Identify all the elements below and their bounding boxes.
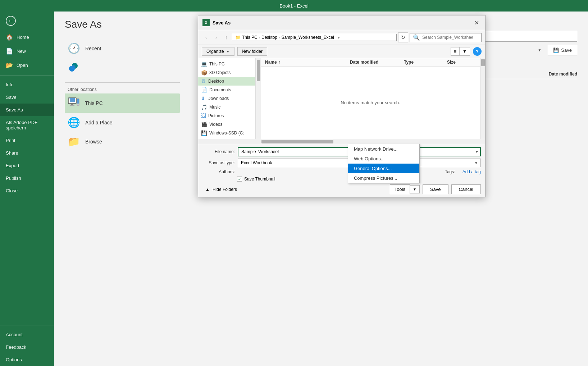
sharepoint-icon — [68, 61, 79, 76]
tree-item-documents[interactable]: 📄 Documents — [198, 86, 255, 94]
savetype-label: Save as type: — [202, 160, 235, 165]
search-input[interactable] — [422, 35, 473, 40]
sidebar-item-save[interactable]: Save — [0, 91, 54, 104]
address-crumb: This PC › Desktop › Sample_Worksheets_Ex… — [242, 35, 334, 40]
sidebar-item-share[interactable]: Share — [0, 147, 54, 159]
sidebar-item-feedback[interactable]: Feedback — [0, 341, 54, 353]
open-icon: 📂 — [6, 62, 13, 69]
quick-save-button[interactable]: 💾 Save — [548, 45, 577, 55]
sidebar-item-options[interactable]: Options — [0, 353, 54, 366]
fc-size-header[interactable]: Size — [447, 60, 476, 65]
fc-name-header[interactable]: Name ↑ — [265, 60, 350, 65]
ctx-map-network[interactable]: Map Network Drive... — [348, 144, 419, 154]
fc-date-header[interactable]: Date modified — [350, 60, 404, 65]
add-place-icon: 🌐 — [68, 116, 80, 128]
recent-label: Recent — [85, 46, 101, 51]
crumb-folder: Sample_Worksheets_Excel — [281, 35, 334, 40]
horizontal-scrollbar[interactable] — [198, 139, 485, 144]
ctx-general-options[interactable]: General Options... — [348, 164, 419, 173]
title-bar: Book1 - Excel — [0, 0, 588, 12]
location-sharepoint[interactable] — [65, 58, 180, 79]
sidebar-item-print[interactable]: Print — [0, 134, 54, 147]
save-as-label: Save As — [6, 107, 23, 113]
tree-item-downloads[interactable]: ⬇ Downloads — [198, 94, 255, 103]
sidebar-item-close[interactable]: Close — [0, 184, 54, 197]
page-title: Save As — [65, 19, 180, 30]
tree-item-windows[interactable]: 💾 Windows-SSD (C: — [198, 129, 255, 137]
nav-up-button[interactable]: ↑ — [222, 33, 231, 42]
sidebar-item-publish[interactable]: Publish — [0, 172, 54, 184]
sidebar-item-home[interactable]: 🏠 Home — [0, 30, 54, 44]
list-view-icon[interactable]: ≡ — [451, 47, 460, 55]
hide-folders-button[interactable]: ▲ Hide Folders — [202, 187, 237, 192]
help-button[interactable]: ? — [473, 47, 482, 56]
tree-item-music[interactable]: 🎵 Music — [198, 103, 255, 111]
tree-docs-icon: 📄 — [201, 87, 207, 93]
dialog-close-button[interactable]: ✕ — [472, 18, 481, 27]
sidebar-item-new[interactable]: 📄 New — [0, 44, 54, 58]
tree-item-pictures[interactable]: 🖼 Pictures — [198, 111, 255, 120]
tree-this-pc-icon: 💻 — [201, 61, 207, 67]
tree-windows-label: Windows-SSD (C: — [209, 131, 244, 136]
thumbnail-checkbox[interactable]: ✓ — [237, 177, 242, 182]
tools-button[interactable]: Tools — [390, 184, 410, 194]
ctx-web-options[interactable]: Web Options... — [348, 154, 419, 164]
dialog-toolbar: ‹ › ↑ 📁 This PC › Desktop › Sample_Works… — [198, 30, 485, 45]
tree-desktop-label: Desktop — [208, 79, 224, 84]
dialog-tree: 💻 This PC 📦 3D Objects 🖥 Desktop — [198, 58, 256, 139]
account-label: Account — [6, 332, 23, 337]
scrollbar-thumb — [257, 60, 260, 81]
nav-back-button[interactable]: ‹ — [202, 33, 210, 42]
browse-icon: 📁 — [68, 136, 80, 147]
address-bar[interactable]: 📁 This PC › Desktop › Sample_Worksheets_… — [232, 34, 397, 41]
dialog-cancel-button[interactable]: Cancel — [451, 184, 481, 194]
sidebar-item-adobe[interactable]: Als Adobe PDF speichern — [0, 116, 54, 134]
location-add-place[interactable]: 🌐 Add a Place — [65, 113, 180, 132]
right-scrollbar-thumb — [481, 59, 485, 66]
fc-type-header[interactable]: Type — [404, 60, 447, 65]
crumb-desktop: Desktop — [261, 35, 277, 40]
location-this-pc[interactable]: This PC — [65, 93, 180, 113]
ctx-compress-pictures[interactable]: Compress Pictures... — [348, 173, 419, 183]
nav-forward-button[interactable]: › — [212, 33, 220, 42]
open-label: Open — [17, 63, 28, 68]
tree-music-icon: 🎵 — [201, 104, 207, 110]
right-panel: ↑ 📁 Documents Excel Workbook (*.xlsx) 💾 … — [191, 12, 588, 366]
location-browse[interactable]: 📁 Browse — [65, 132, 180, 151]
svg-rect-9 — [77, 99, 79, 104]
refresh-button[interactable]: ↻ — [398, 32, 408, 42]
tree-item-desktop[interactable]: 🖥 Desktop — [198, 77, 255, 86]
dialog-title-text: Save As — [213, 20, 231, 26]
tree-item-3d-objects[interactable]: 📦 3D Objects — [198, 68, 255, 77]
right-scrollbar[interactable] — [480, 58, 485, 139]
other-locations-label: Other locations — [65, 82, 180, 93]
back-button[interactable]: ← — [0, 12, 54, 30]
sidebar-item-account[interactable]: Account — [0, 328, 54, 341]
sidebar-item-info[interactable]: Info — [0, 78, 54, 91]
save-label: Save — [6, 95, 17, 100]
tree-downloads-icon: ⬇ — [201, 96, 205, 101]
new-folder-button[interactable]: New folder — [237, 47, 267, 56]
tools-dropdown-button[interactable]: ▼ — [410, 185, 420, 193]
close-label: Close — [6, 188, 18, 193]
sidebar-item-export[interactable]: Export — [0, 159, 54, 172]
dialog-overlay: X Save As ✕ ‹ › ↑ 📁 This PC — [191, 12, 588, 366]
location-recent[interactable]: 🕐 Recent — [65, 39, 180, 58]
crumb-this-pc: This PC — [242, 35, 257, 40]
dialog-save-button[interactable]: Save — [423, 184, 448, 194]
tree-item-videos[interactable]: 🎬 Videos — [198, 120, 255, 129]
svg-rect-7 — [70, 105, 74, 106]
add-tag-link[interactable]: Add a tag — [462, 169, 481, 174]
sidebar-item-save-as[interactable]: Save As — [0, 104, 54, 116]
address-dropdown-icon[interactable]: ▼ — [337, 36, 341, 40]
dialog-buttons-row: ▲ Hide Folders Tools ▼ — [202, 184, 481, 194]
feedback-label: Feedback — [6, 344, 26, 350]
tree-item-this-pc[interactable]: 💻 This PC — [198, 60, 255, 68]
view-dropdown-icon[interactable]: ▼ — [460, 47, 470, 55]
tree-scrollbar[interactable] — [256, 58, 261, 139]
organize-button[interactable]: Organize ▼ — [202, 47, 234, 56]
view-toggle[interactable]: ≡ ▼ — [451, 47, 470, 56]
this-pc-label: This PC — [85, 100, 103, 106]
window-title: Book1 - Excel — [279, 3, 308, 9]
sidebar-item-open[interactable]: 📂 Open — [0, 58, 54, 72]
